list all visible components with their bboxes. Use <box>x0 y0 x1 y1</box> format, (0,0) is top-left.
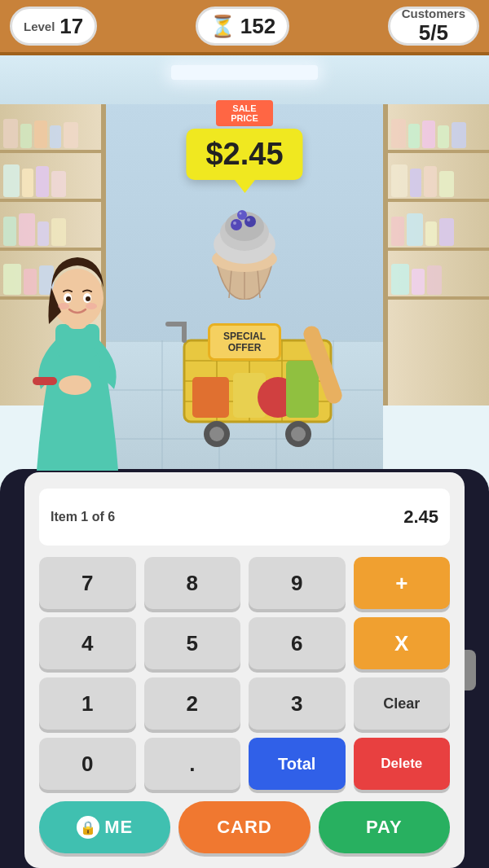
svg-point-31 <box>51 269 104 327</box>
key-clear[interactable]: Clear <box>354 677 451 730</box>
svg-point-36 <box>58 303 69 309</box>
price-display: $2.45 <box>186 129 302 180</box>
item-info: Item 1 of 6 <box>51 510 115 524</box>
key-dot[interactable]: . <box>144 738 241 790</box>
svg-point-34 <box>66 296 71 301</box>
svg-rect-27 <box>286 361 319 418</box>
svg-rect-39 <box>33 377 57 385</box>
pay-button[interactable]: PAY <box>319 801 450 853</box>
key-6[interactable]: 6 <box>249 617 346 669</box>
key-5[interactable]: 5 <box>144 617 241 669</box>
svg-point-7 <box>231 219 242 230</box>
ceiling-light <box>171 65 318 80</box>
key-3[interactable]: 3 <box>249 677 346 730</box>
svg-point-12 <box>240 213 242 215</box>
key-4[interactable]: 4 <box>39 617 136 669</box>
tablet: Item 1 of 6 2.45 7 8 9 + 4 5 6 X 1 2 3 C… <box>24 472 465 868</box>
svg-point-11 <box>247 218 250 221</box>
lock-icon: 🔒 <box>77 816 99 839</box>
svg-point-35 <box>86 296 90 301</box>
card-button[interactable]: CARD <box>178 801 310 853</box>
store-scene: $2.45 SALE PRICE <box>0 55 489 487</box>
item-amount: 2.45 <box>403 506 438 528</box>
hourglass-icon: ⏳ <box>209 14 236 39</box>
special-offer-sign: SPECIAL OFFER <box>208 323 281 361</box>
action-row: 🔒 ME CARD PAY <box>39 801 450 853</box>
svg-point-37 <box>86 303 97 309</box>
svg-point-21 <box>209 427 224 441</box>
key-8[interactable]: 8 <box>144 557 241 609</box>
key-9[interactable]: 9 <box>249 557 346 609</box>
level-value: 17 <box>59 14 83 39</box>
keypad: 7 8 9 + 4 5 6 X 1 2 3 Clear 0 . Total De… <box>39 557 450 790</box>
key-delete[interactable]: Delete <box>354 738 451 790</box>
timer-value: 152 <box>240 14 275 39</box>
customers-value: 5/5 <box>402 20 465 46</box>
key-multiply[interactable]: X <box>354 617 451 669</box>
customers-label: Customers <box>402 7 465 20</box>
cupcake-image <box>192 186 297 300</box>
svg-point-9 <box>237 210 247 220</box>
svg-rect-24 <box>192 377 229 418</box>
svg-point-10 <box>233 221 236 225</box>
sale-sign: SALE PRICE <box>216 100 273 126</box>
hud-bar: Level 17 ⏳ 152 Customers 5/5 <box>0 0 489 55</box>
receipt-area: Item 1 of 6 2.45 <box>39 489 450 546</box>
timer-pill: ⏳ 152 <box>196 7 289 46</box>
key-plus[interactable]: + <box>354 557 451 609</box>
register-area: Item 1 of 6 2.45 7 8 9 + 4 5 6 X 1 2 3 C… <box>0 469 489 868</box>
level-pill: Level 17 <box>10 7 97 46</box>
key-2[interactable]: 2 <box>144 677 241 730</box>
level-label: Level <box>24 20 55 33</box>
timer-group: ⏳ 152 <box>196 7 289 46</box>
key-1[interactable]: 1 <box>39 677 136 730</box>
key-total[interactable]: Total <box>249 738 346 790</box>
key-0[interactable]: 0 <box>39 738 136 790</box>
me-button[interactable]: 🔒 ME <box>39 801 170 853</box>
customers-pill: Customers 5/5 <box>388 7 479 46</box>
svg-point-38 <box>59 375 91 395</box>
shelf-right <box>383 104 489 406</box>
svg-point-23 <box>291 427 306 441</box>
customer-character <box>16 251 139 462</box>
key-7[interactable]: 7 <box>39 557 136 609</box>
